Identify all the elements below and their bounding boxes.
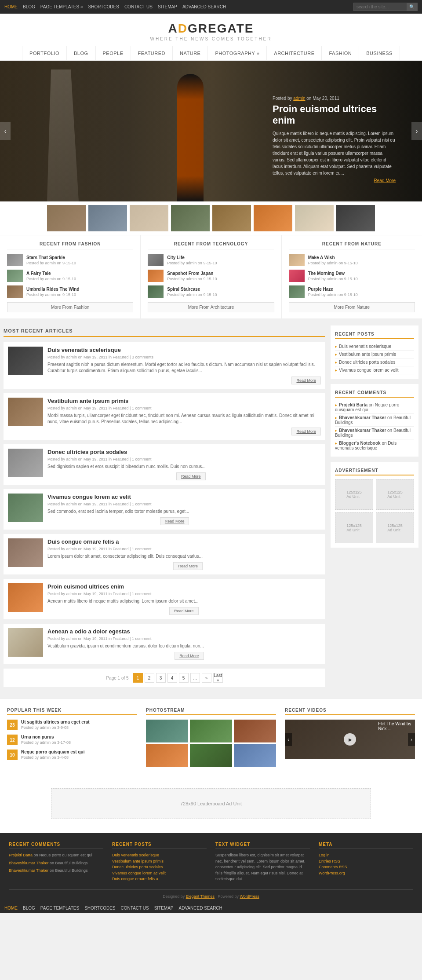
photo-5[interactable] [190, 744, 232, 767]
footer-post-2[interactable]: Vestibulum ante ipsum primis [112, 859, 164, 863]
bottom-nav-advanced-search[interactable]: ADVANCED SEARCH [179, 906, 222, 911]
recent-title[interactable]: Umbrella Rides The Wind [26, 287, 79, 292]
footer-meta-entries-rss[interactable]: Entries RSS [319, 859, 340, 863]
footer-wordpress[interactable]: WordPress [240, 894, 259, 899]
thumb-7[interactable] [295, 205, 334, 231]
photo-4[interactable] [146, 744, 188, 767]
read-more-1[interactable]: Read More [291, 377, 321, 384]
page-btn-3[interactable]: 3 [156, 673, 166, 683]
bottom-nav-contact[interactable]: CONTACT US [121, 906, 149, 911]
read-more-3[interactable]: Read More [176, 472, 206, 480]
search-button[interactable]: 🔍 [407, 3, 417, 11]
post-title-5[interactable]: Duis congue ornare felis a [47, 538, 203, 545]
hero-read-more[interactable]: Read More [374, 178, 396, 183]
video-play-button[interactable] [344, 733, 356, 746]
footer-meta-wordpress[interactable]: WordPress.org [319, 871, 345, 875]
footer-meta-comments-rss[interactable]: Comments RSS [319, 865, 347, 869]
photo-2[interactable] [190, 720, 232, 742]
post-title-4[interactable]: Vivamus congue lorem ac velit [47, 494, 189, 500]
footer-comment-author-2[interactable]: Bhaveshkumar Thaker [9, 861, 48, 865]
more-architecture-button[interactable]: More From Architecture [148, 302, 274, 312]
footer-comment-author-1[interactable]: Projekti Barta [9, 853, 33, 857]
read-more-5[interactable]: Read More [173, 562, 203, 570]
recent-title[interactable]: City Life [167, 255, 217, 260]
search-input[interactable] [354, 3, 407, 11]
nav-architecture[interactable]: ARCHITECTURE [267, 46, 322, 60]
video-next-button[interactable]: › [408, 733, 415, 746]
footer-post-3[interactable]: Donec ultricies porta sodales [112, 865, 163, 869]
recent-title[interactable]: Spiral Staircase [167, 287, 217, 292]
bottom-nav-page-templates[interactable]: PAGE TEMPLATES [40, 906, 79, 911]
page-btn-last[interactable]: Last » [213, 673, 223, 683]
popular-title-1[interactable]: Ut sagittis ultrices urna eget erat [21, 720, 90, 724]
nav-nature[interactable]: NATURE [173, 46, 208, 60]
nav-business[interactable]: BUSINESS [359, 46, 400, 60]
footer-post-1[interactable]: Duis venenatis scelerisque [112, 853, 159, 857]
top-nav-advanced-search[interactable]: ADVANCED SEARCH [182, 4, 226, 9]
top-nav-page-templates[interactable]: PAGE TEMPLATES » [40, 4, 83, 9]
nav-featured[interactable]: FEATURED [131, 46, 173, 60]
thumb-6[interactable] [254, 205, 292, 231]
thumb-5[interactable] [212, 205, 251, 231]
slider-prev-button[interactable]: ‹ [0, 122, 11, 140]
site-logo[interactable]: ADGREGATE [0, 22, 422, 36]
bottom-nav-sitemap[interactable]: SITEMAP [154, 906, 174, 911]
bottom-nav-blog[interactable]: BLOG [23, 906, 35, 911]
nav-portfolio[interactable]: PORTFOLIO [22, 46, 67, 60]
post-title-1[interactable]: Duis venenatis scelerisque [47, 347, 321, 353]
post-title-2[interactable]: Vestibulum ante ipsum primis [47, 398, 321, 404]
leaderboard-ad[interactable]: 728x90 Leaderboard Ad Unit [51, 788, 371, 819]
page-btn-ellipsis[interactable]: ... [190, 673, 200, 683]
ad-unit-4[interactable]: 125x125Ad Unit [376, 512, 414, 543]
ad-unit-3[interactable]: 125x125Ad Unit [335, 512, 373, 543]
footer-comment-author-3[interactable]: Bhaveshkumar Thaker [9, 868, 48, 873]
page-btn-2[interactable]: 2 [145, 673, 154, 683]
list-item[interactable]: Vestibulum ante ipsum primis [335, 351, 414, 358]
recent-title[interactable]: Snapshot From Japan [167, 271, 217, 276]
read-more-4[interactable]: Read More [160, 517, 189, 525]
photo-1[interactable] [146, 720, 188, 742]
more-fashion-button[interactable]: More From Fashion [7, 302, 133, 312]
read-more-2[interactable]: Read More [291, 428, 321, 435]
top-nav-contact[interactable]: CONTACT US [124, 4, 153, 9]
footer-meta-login[interactable]: Log in [319, 853, 330, 857]
post-title-6[interactable]: Proin euismod ultrices enim [47, 583, 199, 590]
nav-blog[interactable]: BLOG [67, 46, 96, 60]
thumb-1[interactable] [47, 205, 86, 231]
post-title-7[interactable]: Aenean a odio a dolor egestas [47, 628, 204, 635]
read-more-7[interactable]: Read More [175, 652, 204, 660]
popular-title-3[interactable]: Neque porro quisquam est qui [21, 750, 84, 754]
thumb-4[interactable] [171, 205, 210, 231]
slider-next-button[interactable]: › [411, 122, 422, 140]
top-nav-sitemap[interactable]: SITEMAP [158, 4, 177, 9]
footer-post-4[interactable]: Vivamus congue lorem ac velit [112, 871, 166, 875]
footer-post-5[interactable]: Duis congue ornare felis a [112, 877, 158, 881]
recent-title[interactable]: Purple Haze [308, 287, 358, 292]
photo-3[interactable] [234, 720, 276, 742]
page-btn-4[interactable]: 4 [167, 673, 177, 683]
hero-author[interactable]: admin [293, 96, 305, 101]
nav-people[interactable]: PEOPLE [96, 46, 131, 60]
post-title-3[interactable]: Donec ultricies porta sodales [47, 449, 206, 455]
popular-title-2[interactable]: Urna non purus [21, 735, 71, 739]
video-prev-button[interactable]: ‹ [285, 733, 292, 746]
top-nav-shortcodes[interactable]: SHORTCODES [88, 4, 119, 9]
ad-unit-1[interactable]: 125x125Ad Unit [335, 479, 373, 510]
bottom-nav-shortcodes[interactable]: SHORTCODES [84, 906, 115, 911]
read-more-6[interactable]: Read More [169, 607, 199, 615]
more-nature-button[interactable]: More From Nature [289, 302, 415, 312]
recent-title[interactable]: Make A Wish [308, 255, 358, 260]
ad-unit-2[interactable]: 125x125Ad Unit [376, 479, 414, 510]
thumb-8[interactable] [336, 205, 375, 231]
thumb-3[interactable] [130, 205, 168, 231]
nav-photography[interactable]: PHOTOGRAPHY » [208, 46, 267, 60]
photo-6[interactable] [234, 744, 276, 767]
thumb-2[interactable] [88, 205, 127, 231]
list-item[interactable]: Vivamus congue lorem ac velit [335, 366, 414, 374]
recent-title[interactable]: Stars That Sparkle [26, 255, 76, 260]
list-item[interactable]: Donec ultricies porta sodales [335, 358, 414, 366]
page-btn-1[interactable]: 1 [133, 673, 143, 683]
page-btn-next[interactable]: » [202, 673, 211, 683]
recent-title[interactable]: A Fairy Tale [26, 271, 76, 276]
bottom-nav-home[interactable]: HOME [4, 906, 18, 911]
